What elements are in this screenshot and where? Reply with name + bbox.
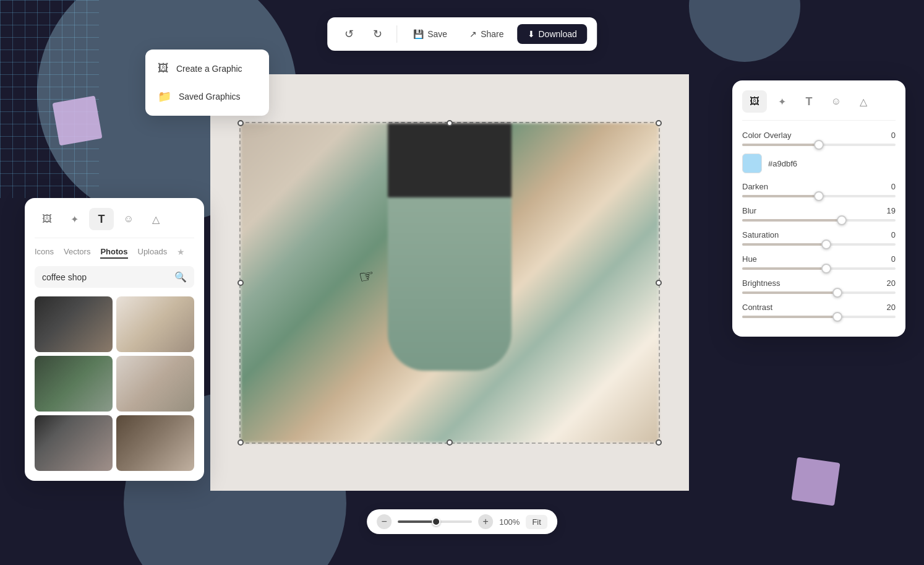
right-tab-effects[interactable]: ✦ — [769, 90, 794, 113]
zoom-slider-track[interactable] — [398, 520, 472, 523]
panel-tab-text[interactable]: T — [89, 208, 114, 230]
canvas-image[interactable] — [239, 122, 660, 444]
sub-tab-photos[interactable]: Photos — [100, 247, 127, 259]
brightness-row-header: Brightness 20 — [742, 278, 896, 288]
selection-handle-tr[interactable] — [656, 120, 662, 126]
saturation-slider-fill — [742, 243, 826, 246]
panel-tab-shapes[interactable]: △ — [143, 208, 168, 230]
hue-slider[interactable] — [742, 267, 896, 270]
download-button[interactable]: ⬇ Download — [518, 24, 587, 44]
contrast-label: Contrast — [742, 303, 772, 312]
create-graphic-item[interactable]: 🖼 Create a Graphic — [145, 54, 269, 82]
blur-value: 19 — [887, 206, 896, 215]
brightness-slider[interactable] — [742, 291, 896, 294]
right-tab-image[interactable]: 🖼 — [742, 90, 767, 113]
darken-section: Darken 0 — [742, 182, 896, 197]
photo-thumb-2[interactable] — [116, 296, 194, 352]
color-overlay-label: Color Overlay — [742, 131, 791, 140]
zoom-plus-button[interactable]: + — [478, 514, 493, 529]
contrast-row-header: Contrast 20 — [742, 303, 896, 312]
zoom-slider-fill — [398, 520, 435, 523]
favorites-star-icon[interactable]: ★ — [177, 247, 185, 259]
undo-button[interactable]: ↺ — [337, 22, 361, 46]
panel-tab-emoji[interactable]: ☺ — [116, 208, 141, 230]
redo-button[interactable]: ↻ — [366, 22, 389, 46]
brightness-section: Brightness 20 — [742, 278, 896, 294]
sub-tab-uploads[interactable]: Uploads — [138, 247, 168, 259]
darken-slider-fill — [742, 195, 819, 197]
darken-slider[interactable] — [742, 195, 896, 197]
hue-section: Hue 0 — [742, 254, 896, 270]
blur-slider[interactable] — [742, 219, 896, 222]
search-icon[interactable]: 🔍 — [174, 271, 187, 283]
color-overlay-slider[interactable] — [742, 144, 896, 146]
saturation-label: Saturation — [742, 230, 779, 239]
color-hex-label: #a9dbf6 — [768, 159, 797, 168]
blur-section: Blur 19 — [742, 206, 896, 222]
create-graphic-label: Create a Graphic — [176, 64, 242, 74]
photo-thumb-4[interactable] — [116, 356, 194, 412]
darken-row-header: Darken 0 — [742, 182, 896, 191]
saturation-slider[interactable] — [742, 243, 896, 246]
zoom-slider-thumb[interactable] — [432, 517, 440, 526]
photo-thumb-3[interactable] — [35, 356, 113, 412]
brightness-slider-thumb[interactable] — [832, 288, 842, 298]
selection-handle-br[interactable] — [656, 439, 662, 446]
color-overlay-section: Color Overlay 0 #a9dbf6 — [742, 131, 896, 173]
selection-handle-bl[interactable] — [237, 439, 244, 446]
saturation-row-header: Saturation 0 — [742, 230, 896, 239]
sub-tab-icons[interactable]: Icons — [35, 247, 54, 259]
selection-handle-bm[interactable] — [447, 439, 453, 446]
photo-thumb-6[interactable] — [116, 415, 194, 471]
dropdown-menu: 🖼 Create a Graphic 📁 Saved Graphics — [145, 50, 269, 116]
zoom-fit-button[interactable]: Fit — [526, 515, 547, 529]
search-input[interactable] — [42, 272, 169, 282]
color-overlay-slider-thumb[interactable] — [814, 140, 824, 150]
bg-circle-top-right — [689, 0, 800, 62]
right-panel: 🖼 ✦ T ☺ △ Color Overlay 0 #a9dbf6 Darken… — [732, 80, 905, 337]
right-tab-emoji[interactable]: ☺ — [824, 90, 849, 113]
zoom-bar: − + 100% Fit — [367, 509, 557, 534]
saved-graphics-item[interactable]: 📁 Saved Graphics — [145, 82, 269, 111]
selection-handle-tl[interactable] — [237, 120, 244, 126]
hue-value: 0 — [891, 254, 896, 264]
zoom-level: 100% — [499, 517, 520, 527]
hue-slider-thumb[interactable] — [821, 264, 831, 274]
canvas-wrapper — [210, 74, 689, 491]
save-button[interactable]: 💾 Save — [404, 24, 456, 44]
photo-thumb-5[interactable] — [35, 415, 113, 471]
photo-grid — [35, 296, 194, 471]
photo-thumb-1[interactable] — [35, 296, 113, 352]
sticky-note-bottom-right — [791, 457, 840, 506]
darken-value: 0 — [891, 182, 896, 191]
create-graphic-icon: 🖼 — [158, 62, 169, 75]
share-icon: ↗ — [469, 29, 477, 39]
panel-tab-media[interactable]: 🖼 — [35, 208, 59, 230]
blur-label: Blur — [742, 206, 756, 215]
darken-slider-thumb[interactable] — [814, 191, 824, 201]
selection-handle-mr[interactable] — [656, 280, 662, 286]
zoom-minus-button[interactable]: − — [377, 514, 391, 529]
contrast-slider-fill — [742, 316, 837, 318]
brightness-value: 20 — [887, 278, 896, 288]
share-label: Share — [481, 29, 503, 39]
selection-handle-tm[interactable] — [447, 120, 453, 126]
left-panel: 🖼 ✦ T ☺ △ Icons Vectors Photos Uploads ★… — [25, 198, 204, 481]
sub-tab-vectors[interactable]: Vectors — [64, 247, 90, 259]
blur-slider-fill — [742, 219, 842, 222]
saturation-slider-thumb[interactable] — [821, 239, 831, 249]
right-tab-text[interactable]: T — [797, 90, 821, 113]
hue-slider-fill — [742, 267, 826, 270]
color-swatch[interactable] — [742, 153, 762, 173]
color-overlay-row-header: Color Overlay 0 — [742, 131, 896, 140]
share-button[interactable]: ↗ Share — [461, 24, 512, 44]
contrast-slider-thumb[interactable] — [832, 312, 842, 322]
selection-handle-ml[interactable] — [237, 280, 244, 286]
blur-slider-thumb[interactable] — [837, 215, 847, 225]
left-panel-tabs: 🖼 ✦ T ☺ △ — [35, 208, 194, 238]
contrast-slider[interactable] — [742, 316, 896, 318]
media-sub-tabs: Icons Vectors Photos Uploads ★ — [35, 247, 194, 259]
right-tab-shapes[interactable]: △ — [851, 90, 876, 113]
panel-tab-effects[interactable]: ✦ — [62, 208, 87, 230]
saturation-value: 0 — [891, 230, 896, 239]
